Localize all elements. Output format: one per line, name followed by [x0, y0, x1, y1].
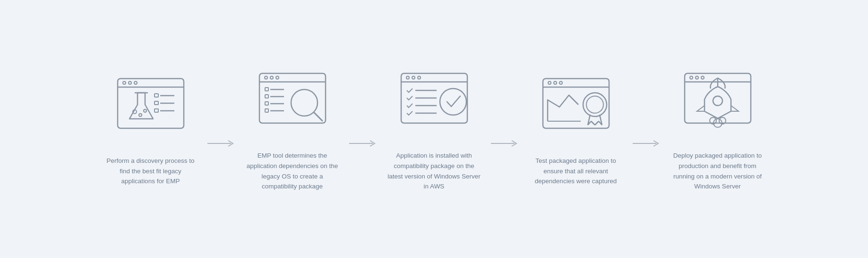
workflow-container: Perform a discovery process to find the …: [0, 47, 868, 210]
svg-rect-23: [265, 95, 268, 98]
svg-point-62: [701, 76, 704, 79]
step-1-icon-box: [108, 71, 193, 142]
svg-rect-16: [259, 73, 326, 123]
step-3-label: Application is installed with compatibil…: [387, 151, 481, 191]
svg-point-61: [696, 76, 698, 79]
svg-line-56: [595, 121, 599, 125]
scan-icon: [255, 69, 330, 135]
svg-point-41: [440, 89, 466, 115]
deploy-icon: [680, 69, 756, 135]
svg-point-47: [559, 81, 562, 84]
step-1: Perform a discovery process to find the …: [99, 71, 203, 187]
svg-point-63: [713, 96, 722, 106]
svg-point-29: [291, 89, 318, 116]
svg-rect-25: [265, 102, 268, 105]
svg-point-4: [134, 81, 137, 84]
svg-point-7: [139, 114, 142, 116]
arrow-3-icon: [491, 139, 519, 148]
svg-point-19: [270, 76, 273, 79]
install-icon: [396, 69, 472, 135]
arrow-3: [486, 110, 524, 148]
svg-point-35: [412, 76, 415, 79]
test-icon: [538, 74, 614, 140]
svg-point-50: [586, 96, 603, 113]
step-2: EMP tool determines the application depe…: [241, 66, 344, 191]
step-5: Deploy packaged application to productio…: [666, 66, 770, 191]
step-3-icon-box: [392, 66, 477, 137]
svg-point-2: [123, 81, 126, 84]
svg-rect-11: [155, 101, 158, 105]
step-2-label: EMP tool determines the application depe…: [245, 151, 340, 191]
step-5-icon-box: [675, 66, 760, 137]
arrow-4-icon: [633, 139, 661, 148]
svg-rect-9: [155, 94, 158, 97]
arrow-2-icon: [349, 139, 378, 148]
step-3: Application is installed with compatibil…: [382, 66, 486, 191]
svg-rect-13: [155, 109, 158, 112]
step-5-label: Deploy packaged application to productio…: [670, 151, 765, 191]
discovery-icon: [113, 74, 189, 140]
svg-point-46: [554, 81, 557, 84]
step-4-icon-box: [533, 71, 619, 142]
step-4-label: Test packaged application to ensure that…: [529, 156, 623, 187]
svg-rect-21: [265, 88, 268, 91]
arrow-4: [628, 110, 666, 148]
step-4: Test packaged application to ensure that…: [524, 71, 628, 187]
svg-point-18: [265, 76, 267, 79]
step-2-icon-box: [250, 66, 335, 137]
arrow-1: [203, 110, 241, 148]
svg-point-20: [276, 76, 279, 79]
svg-rect-27: [265, 109, 268, 112]
arrow-1-icon: [207, 139, 236, 148]
svg-point-45: [548, 81, 551, 84]
svg-point-34: [406, 76, 409, 79]
svg-point-3: [129, 81, 131, 84]
svg-point-60: [690, 76, 693, 79]
svg-point-8: [144, 109, 146, 112]
arrow-2: [344, 110, 382, 148]
step-1-label: Perform a discovery process to find the …: [103, 156, 198, 187]
svg-point-36: [418, 76, 421, 79]
svg-line-53: [591, 121, 595, 125]
svg-line-30: [314, 113, 322, 121]
